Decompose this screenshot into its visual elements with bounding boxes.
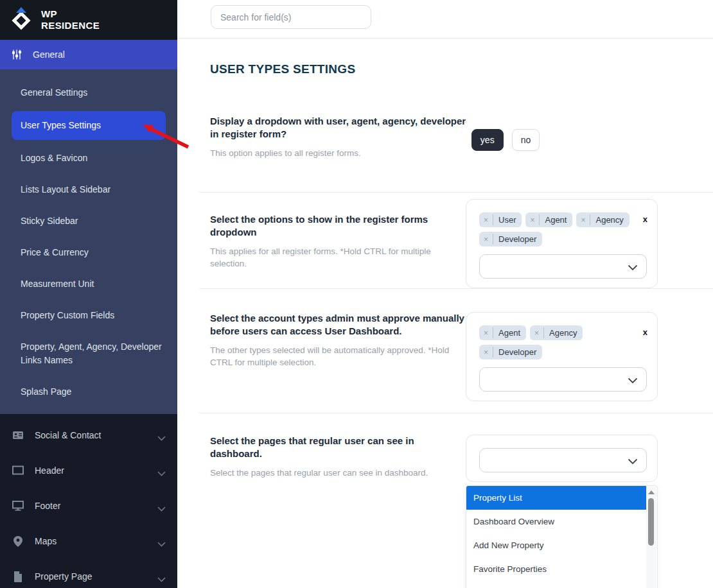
remove-tag-icon[interactable]: × xyxy=(525,214,540,225)
setting-row-register-options: Select the options to show in the regist… xyxy=(210,199,713,288)
remove-tag-icon[interactable]: × xyxy=(576,214,590,225)
wp-residence-logo[interactable]: WP RESIDENCE xyxy=(0,0,177,40)
sidebar-item-general-settings[interactable]: General Settings xyxy=(0,77,177,108)
chevron-down-icon xyxy=(157,502,166,515)
remove-tag-icon[interactable]: × xyxy=(479,347,493,358)
tag-label: Developer xyxy=(498,347,536,357)
remove-tag-icon[interactable]: × xyxy=(479,214,493,225)
row-divider xyxy=(199,288,713,289)
register-options-select[interactable] xyxy=(479,254,647,279)
no-button[interactable]: no xyxy=(512,129,540,151)
tag-user: × User xyxy=(479,212,522,227)
sidebar-item-user-types-settings[interactable]: User Types Settings xyxy=(12,111,166,140)
logo-line1: WP xyxy=(41,8,100,20)
clear-all-icon[interactable]: x xyxy=(643,328,647,336)
sidebar-item-measurement-unit[interactable]: Measurement Unit xyxy=(0,268,177,300)
chevron-down-icon xyxy=(628,375,638,386)
general-submenu: General Settings User Types Settings Log… xyxy=(0,69,177,414)
tag-label: Agency xyxy=(549,328,577,338)
setting-description: The other types selected will be automat… xyxy=(210,344,466,368)
tag-agency: × Agency xyxy=(530,325,583,340)
selected-tags: × User × Agent × Agency × Developer xyxy=(479,212,632,246)
dashboard-pages-multiselect xyxy=(466,435,658,482)
settings-sidebar: WP RESIDENCE General General Settings Us… xyxy=(0,0,177,588)
sidebar-section-header[interactable]: Header xyxy=(0,454,177,490)
listbox-option-inbox[interactable]: Inbox xyxy=(466,581,646,588)
sidebar-item-lists-layout-sidebar[interactable]: Lists Layout & Sidebar xyxy=(0,174,177,205)
setting-question: Select the account types admin must appr… xyxy=(210,312,466,338)
sidebar-item-links-names[interactable]: Property, Agent, Agency, Developer Links… xyxy=(0,331,177,376)
sidebar-item-property-custom-fields[interactable]: Property Custom Fields xyxy=(0,300,177,331)
row-divider xyxy=(199,413,713,413)
content-topbar xyxy=(177,0,713,39)
page-title: USER TYPES SETTINGS xyxy=(210,62,713,76)
chevron-down-icon xyxy=(628,456,638,467)
chevron-down-icon xyxy=(157,431,166,445)
logo-text: WP RESIDENCE xyxy=(41,8,100,31)
logo-line2: RESIDENCE xyxy=(41,20,100,31)
sidebar-item-sticky-sidebar[interactable]: Sticky Sidebar xyxy=(0,205,177,237)
row-divider xyxy=(199,192,713,193)
sidebar-section-label: General xyxy=(33,49,65,60)
tag-agent: × Agent xyxy=(525,212,572,227)
setting-question: Display a dropdown with user, agent, age… xyxy=(210,115,466,141)
dashboard-pages-select[interactable] xyxy=(479,448,647,472)
chevron-down-icon xyxy=(157,467,166,480)
listbox-option-favorite-properties[interactable]: Favorite Properties xyxy=(466,557,646,581)
scrollbar-thumb[interactable] xyxy=(648,498,654,546)
tag-developer: × Developer xyxy=(479,232,542,246)
tag-label: User xyxy=(498,215,516,225)
sidebar-section-label: Property Page xyxy=(35,570,157,584)
sidebar-section-footer[interactable]: Footer xyxy=(0,490,177,525)
chevron-down-icon xyxy=(628,262,638,273)
page-icon xyxy=(12,571,24,582)
contact-card-icon xyxy=(12,430,24,440)
setting-description: Select the pages that regular user can s… xyxy=(210,467,466,479)
header-frame-icon xyxy=(12,465,24,475)
monitor-icon xyxy=(12,501,24,511)
sidebar-section-general[interactable]: General xyxy=(0,40,177,69)
listbox-option-add-new-property[interactable]: Add New Property xyxy=(466,533,646,557)
remove-tag-icon[interactable]: × xyxy=(479,234,493,245)
tag-label: Agency xyxy=(595,215,623,225)
chevron-down-icon xyxy=(157,573,166,586)
settings-panel: USER TYPES SETTINGS Display a dropdown w… xyxy=(177,39,713,588)
clear-all-icon[interactable]: x xyxy=(643,215,647,223)
map-pin-icon xyxy=(12,536,24,547)
listbox-scrollbar[interactable] xyxy=(646,487,656,588)
setting-row-register-dropdown: Display a dropdown with user, agent, age… xyxy=(210,115,713,174)
sidebar-item-splash-page[interactable]: Splash Page xyxy=(0,376,177,408)
sidebar-sections: Social & Contact Header xyxy=(0,414,177,588)
selected-tags: × Agent × Agency × Developer xyxy=(479,325,632,359)
register-options-multiselect: × User × Agent × Agency × Developer xyxy=(466,199,658,288)
setting-row-dashboard-pages: Select the pages that regular user can s… xyxy=(210,435,713,588)
tag-agency: × Agency xyxy=(576,212,629,227)
tag-label: Agent xyxy=(498,328,520,338)
setting-row-approval-types: Select the account types admin must appr… xyxy=(210,312,713,401)
sidebar-section-label: Maps xyxy=(35,535,157,548)
sidebar-section-label: Social & Contact xyxy=(35,429,157,442)
tag-label: Agent xyxy=(545,215,567,225)
tag-developer: × Developer xyxy=(479,345,542,359)
tag-agent: × Agent xyxy=(479,325,526,340)
dashboard-pages-listbox: Property List Dashboard Overview Add New… xyxy=(466,485,658,588)
sidebar-section-social-contact[interactable]: Social & Contact xyxy=(0,419,177,454)
remove-tag-icon[interactable]: × xyxy=(479,327,493,338)
setting-question: Select the pages that regular user can s… xyxy=(210,435,466,460)
sidebar-section-label: Footer xyxy=(35,499,157,513)
approval-types-select[interactable] xyxy=(479,367,647,392)
approval-types-multiselect: × Agent × Agency × Developer x xyxy=(466,312,658,401)
sidebar-section-maps[interactable]: Maps xyxy=(0,525,177,560)
listbox-option-dashboard-overview[interactable]: Dashboard Overview xyxy=(466,510,646,533)
listbox-option-property-list[interactable]: Property List xyxy=(466,486,646,510)
sidebar-section-label: Header xyxy=(35,464,157,478)
scroll-up-icon[interactable] xyxy=(648,490,655,494)
remove-tag-icon[interactable]: × xyxy=(530,327,544,338)
search-input[interactable] xyxy=(211,5,371,29)
chevron-down-icon xyxy=(157,537,166,551)
sidebar-section-property-page[interactable]: Property Page xyxy=(0,560,177,588)
sidebar-item-price-currency[interactable]: Price & Currency xyxy=(0,237,177,268)
yes-button[interactable]: yes xyxy=(471,129,504,151)
tag-label: Developer xyxy=(498,234,536,244)
sidebar-item-logos-favicon[interactable]: Logos & Favicon xyxy=(0,143,177,174)
